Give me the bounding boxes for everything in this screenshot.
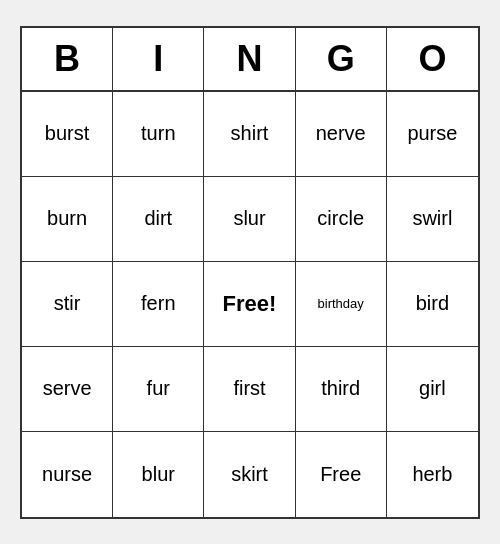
header-g: G (296, 28, 387, 90)
cell-0-2[interactable]: shirt (204, 92, 295, 177)
cell-2-1[interactable]: fern (113, 262, 204, 347)
cell-3-4[interactable]: girl (387, 347, 478, 432)
cell-4-1[interactable]: blur (113, 432, 204, 517)
cell-2-4[interactable]: bird (387, 262, 478, 347)
header-o: O (387, 28, 478, 90)
header-b: B (22, 28, 113, 90)
cell-3-1[interactable]: fur (113, 347, 204, 432)
cell-2-3-birthday[interactable]: birthday (296, 262, 387, 347)
cell-3-0[interactable]: serve (22, 347, 113, 432)
header-i: I (113, 28, 204, 90)
bingo-grid: burst turn shirt nerve purse burn dirt s… (22, 92, 478, 517)
cell-4-0[interactable]: nurse (22, 432, 113, 517)
cell-0-3[interactable]: nerve (296, 92, 387, 177)
bingo-header: B I N G O (22, 28, 478, 92)
cell-2-0[interactable]: stir (22, 262, 113, 347)
cell-4-3[interactable]: Free (296, 432, 387, 517)
cell-3-2[interactable]: first (204, 347, 295, 432)
cell-1-3[interactable]: circle (296, 177, 387, 262)
cell-4-4[interactable]: herb (387, 432, 478, 517)
cell-4-2[interactable]: skirt (204, 432, 295, 517)
cell-1-4[interactable]: swirl (387, 177, 478, 262)
cell-0-0[interactable]: burst (22, 92, 113, 177)
cell-3-3[interactable]: third (296, 347, 387, 432)
cell-0-1[interactable]: turn (113, 92, 204, 177)
cell-1-0[interactable]: burn (22, 177, 113, 262)
cell-2-2-free[interactable]: Free! (204, 262, 295, 347)
bingo-card: B I N G O burst turn shirt nerve purse b… (20, 26, 480, 519)
cell-0-4[interactable]: purse (387, 92, 478, 177)
cell-1-2[interactable]: slur (204, 177, 295, 262)
cell-1-1[interactable]: dirt (113, 177, 204, 262)
header-n: N (204, 28, 295, 90)
